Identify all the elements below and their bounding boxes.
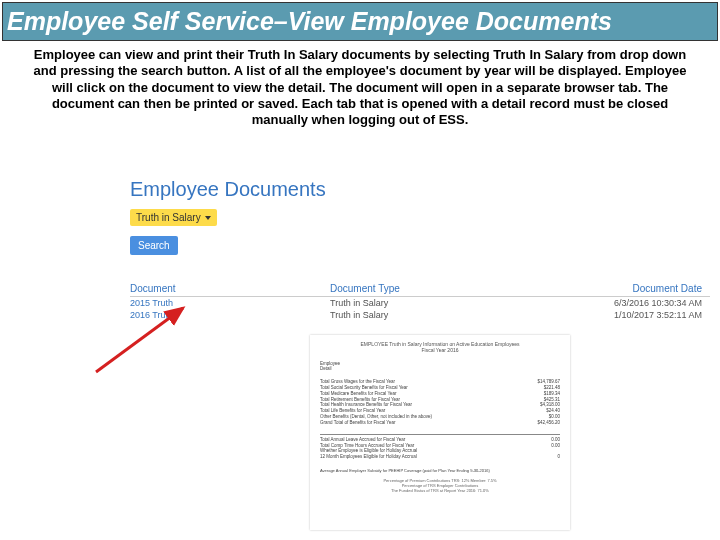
instructions-text: Employee can view and print their Truth … — [0, 41, 720, 136]
detail-note: Average Annual Employer Subsidy for PEEH… — [320, 468, 560, 473]
cell-type: Truth in Salary — [330, 298, 530, 308]
page-title: Employee Self Service–View Employee Docu… — [2, 2, 718, 41]
dropdown-label: Truth in Salary — [136, 212, 201, 223]
arrow-icon — [88, 300, 198, 380]
table-header: Document Document Type Document Date — [130, 283, 710, 297]
document-type-dropdown[interactable]: Truth in Salary — [130, 209, 217, 226]
documents-table: Document Document Type Document Date 201… — [130, 283, 710, 321]
col-type: Document Type — [330, 283, 530, 294]
detail-footer-line: The Funded Status of TRS at Report Year … — [320, 489, 560, 494]
detail-document: EMPLOYEE Truth in Salary Information on … — [310, 335, 570, 530]
chevron-down-icon — [205, 216, 211, 220]
detail-line: Grand Total of Benefits for Fiscal Year$… — [320, 420, 560, 426]
cell-date: 6/3/2016 10:30:34 AM — [530, 298, 710, 308]
detail-addr: Detail — [320, 366, 560, 371]
cell-type: Truth in Salary — [330, 310, 530, 320]
detail-section-2: Total Annual Leave Accrued for Fiscal Ye… — [320, 437, 560, 460]
table-row[interactable]: 2015 Truth Truth in Salary 6/3/2016 10:3… — [130, 297, 710, 309]
table-row[interactable]: 2016 Truth Truth in Salary 1/10/2017 3:5… — [130, 309, 710, 321]
app-screenshot: Employee Documents Truth in Salary Searc… — [130, 178, 710, 321]
search-button[interactable]: Search — [130, 236, 178, 255]
col-document: Document — [130, 283, 330, 294]
cell-date: 1/10/2017 3:52:11 AM — [530, 310, 710, 320]
detail-line: 12 Month Employees Eligible for Holiday … — [320, 454, 560, 460]
detail-header-line: Fiscal Year 2016 — [320, 347, 560, 353]
detail-section-1: Total Gross Wages for the Fiscal Year$14… — [320, 379, 560, 426]
svg-line-0 — [96, 308, 183, 372]
col-date: Document Date — [530, 283, 710, 294]
app-heading: Employee Documents — [130, 178, 710, 201]
